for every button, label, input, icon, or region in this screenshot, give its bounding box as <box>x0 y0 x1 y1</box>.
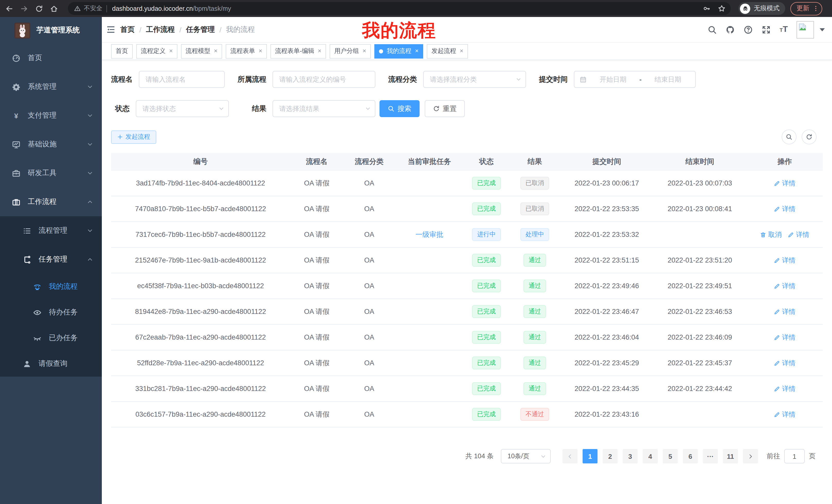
tab-label: 用户分组 <box>334 47 359 55</box>
tab-流程定义[interactable]: 流程定义× <box>136 44 177 58</box>
address-bar[interactable]: 不安全 dashboard.yudao.iocoder.cn/bpm/task/… <box>68 2 731 15</box>
chevron-down-icon[interactable] <box>820 28 825 31</box>
detail-link[interactable]: 详情 <box>774 358 796 368</box>
tab-流程表单-编辑[interactable]: 流程表单-编辑× <box>270 44 326 58</box>
create-process-button[interactable]: 发起流程 <box>111 130 156 144</box>
sidebar-item-task-mgmt[interactable]: 任务管理 <box>0 245 102 274</box>
app-logo-row[interactable]: 芋道管理系统 <box>0 17 102 44</box>
avatar[interactable] <box>797 21 814 38</box>
page-size-select[interactable] <box>501 449 551 464</box>
detail-link[interactable]: 详情 <box>774 307 796 316</box>
security-label[interactable]: 不安全 <box>84 4 102 13</box>
sidebar-item-infra[interactable]: 基础设施 <box>0 130 102 159</box>
tab-首页[interactable]: 首页 <box>111 44 133 58</box>
sidebar-item-todo-tasks[interactable]: 待办任务 <box>0 300 102 325</box>
tab-close-icon[interactable]: × <box>460 48 463 54</box>
reset-button[interactable]: 重置 <box>425 100 465 117</box>
tab-流程表单[interactable]: 流程表单× <box>226 44 267 58</box>
page-button-4[interactable]: 4 <box>643 449 658 464</box>
detail-link[interactable]: 详情 <box>774 333 796 342</box>
cancel-link[interactable]: 取消 <box>760 230 782 239</box>
detail-link[interactable]: 详情 <box>774 178 796 188</box>
url-text[interactable]: dashboard.yudao.iocoder.cn/bpm/task/my <box>112 5 231 12</box>
page-button-1[interactable]: 1 <box>582 449 598 464</box>
page-button-6[interactable]: 6 <box>683 449 698 464</box>
star-icon[interactable] <box>718 5 726 12</box>
back-icon[interactable] <box>5 4 14 12</box>
tab-close-icon[interactable]: × <box>259 48 262 54</box>
definition-input[interactable] <box>272 71 375 88</box>
chevron-down-icon <box>87 84 93 90</box>
result-badge: 通过 <box>523 357 546 369</box>
status-badge: 已完成 <box>472 357 501 369</box>
date-range-input[interactable]: 开始日期 - 结束日期 <box>574 71 696 88</box>
prev-page-button[interactable] <box>563 449 577 464</box>
page-size-value[interactable] <box>501 449 551 464</box>
update-button[interactable]: 更新 <box>790 2 822 15</box>
start-date-placeholder[interactable]: 开始日期 <box>591 75 635 84</box>
detail-link[interactable]: 详情 <box>774 384 796 393</box>
sidebar-item-leave-query[interactable]: 请假查询 <box>0 351 102 376</box>
end-date-placeholder[interactable]: 结束日期 <box>646 75 690 84</box>
result-select[interactable] <box>272 100 375 117</box>
tab-用户分组[interactable]: 用户分组× <box>330 44 371 58</box>
sidebar-item-devtools[interactable]: 研发工具 <box>0 159 102 188</box>
cell-result: 通过 <box>509 299 561 325</box>
cell-current-task[interactable]: 一级审批 <box>395 222 464 247</box>
tab-发起流程[interactable]: 发起流程× <box>427 44 468 58</box>
detail-link[interactable]: 详情 <box>788 230 809 239</box>
tab-我的流程[interactable]: 我的流程× <box>374 44 423 58</box>
breadcrumb-item[interactable]: 任务管理 <box>186 25 215 34</box>
sidebar-item-process-mgmt[interactable]: 流程管理 <box>0 216 102 245</box>
reload-icon[interactable] <box>35 4 43 12</box>
breadcrumb-item[interactable]: 首页 <box>120 25 135 34</box>
category-select[interactable] <box>423 71 526 88</box>
fullscreen-icon[interactable] <box>761 25 771 34</box>
key-icon[interactable] <box>703 5 711 12</box>
page-button-11[interactable]: 11 <box>723 449 738 464</box>
detail-link[interactable]: 详情 <box>774 281 796 290</box>
goto-page-input[interactable] <box>784 449 805 464</box>
github-icon[interactable] <box>726 25 735 34</box>
tab-流程模型[interactable]: 流程模型× <box>181 44 222 58</box>
tab-close-icon[interactable]: × <box>318 48 321 54</box>
page-button-3[interactable]: 3 <box>623 449 638 464</box>
current-task-link[interactable]: 一级审批 <box>415 230 443 238</box>
detail-link[interactable]: 详情 <box>774 410 796 419</box>
breadcrumb-item: 我的流程 <box>226 25 255 34</box>
tab-close-icon[interactable]: × <box>169 48 173 54</box>
name-input[interactable] <box>139 71 225 88</box>
cell-name: OA 请假 <box>290 170 343 196</box>
refresh-table-button[interactable] <box>802 130 816 144</box>
font-size-icon[interactable]: TT <box>780 24 788 35</box>
show-search-button[interactable] <box>782 130 797 144</box>
detail-link[interactable]: 详情 <box>774 256 796 265</box>
breadcrumb: 首页/工作流程/任务管理/我的流程 <box>120 25 255 34</box>
column-header-流程分类: 流程分类 <box>343 153 395 170</box>
sidebar-item-payment[interactable]: ¥支付管理 <box>0 101 102 130</box>
detail-link[interactable]: 详情 <box>774 204 796 214</box>
forward-icon[interactable] <box>20 4 28 12</box>
sidebar-item-workflow[interactable]: 工作流程 <box>0 188 102 216</box>
sidebar-item-label: 研发工具 <box>28 169 57 178</box>
help-icon[interactable] <box>744 25 753 34</box>
search-button[interactable]: 搜索 <box>380 100 420 117</box>
sidebar-item-my-process[interactable]: 我的流程 <box>0 274 102 300</box>
eye-icon <box>33 308 42 317</box>
search-icon[interactable] <box>707 25 717 34</box>
hamburger-icon[interactable] <box>106 25 116 34</box>
sidebar-item-done-tasks[interactable]: 已办任务 <box>0 325 102 351</box>
tab-close-icon[interactable]: × <box>415 48 419 54</box>
tab-close-icon[interactable]: × <box>214 48 217 54</box>
sidebar-item-home[interactable]: 首页 <box>0 44 102 73</box>
home-icon[interactable] <box>50 4 58 12</box>
kebab-menu-icon[interactable] <box>812 5 819 12</box>
result-badge: 处理中 <box>520 228 549 241</box>
sidebar-item-system[interactable]: 系统管理 <box>0 73 102 101</box>
tab-close-icon[interactable]: × <box>363 48 366 54</box>
page-button-5[interactable]: 5 <box>663 449 678 464</box>
page-button-2[interactable]: 2 <box>603 449 618 464</box>
next-page-button[interactable] <box>743 449 758 464</box>
breadcrumb-item[interactable]: 工作流程 <box>146 25 175 34</box>
status-select[interactable] <box>136 100 229 117</box>
